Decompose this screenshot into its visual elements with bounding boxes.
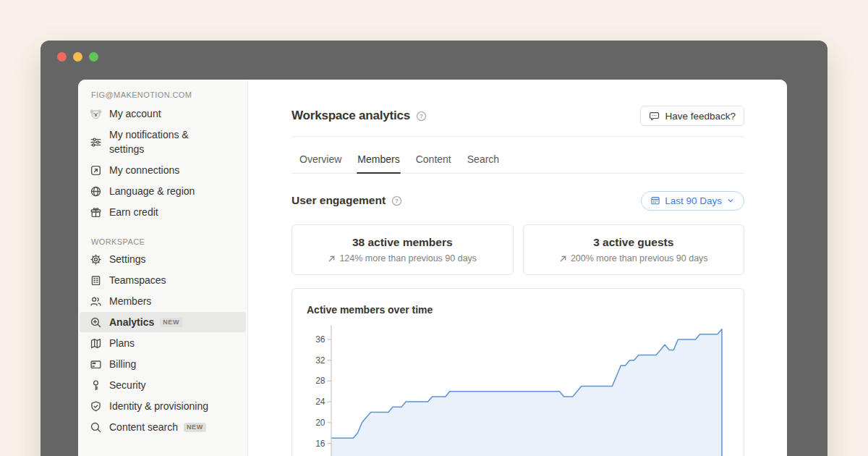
map-icon: [90, 337, 102, 350]
building-icon: [90, 274, 102, 287]
active-members-chart-card: Active members over time 162024283236: [292, 288, 744, 456]
trend-up-icon: [328, 255, 336, 263]
page-title: Workspace analytics: [292, 109, 410, 123]
window-controls: [57, 52, 98, 62]
sidebar-item-label: My connections: [109, 163, 179, 177]
have-feedback-button[interactable]: Have feedback?: [640, 106, 744, 126]
settings-sidebar: FIG@MAKENOTION.COM My accountMy notifica…: [78, 80, 248, 456]
sidebar-item-label: Identity & provisioning: [109, 399, 208, 413]
svg-text:?: ?: [395, 198, 399, 204]
sidebar-item-content-search[interactable]: Content searchNEW: [80, 417, 246, 437]
sidebar-item-label: Settings: [109, 252, 146, 266]
globe-icon: [90, 185, 102, 198]
sidebar-item-label: Earn credit: [109, 205, 158, 219]
date-range-dropdown[interactable]: Last 90 Days: [641, 191, 744, 211]
chevron-down-icon: [726, 196, 735, 205]
sidebar-item-security[interactable]: Security: [80, 375, 246, 395]
analytics-main: Workspace analytics ?: [248, 80, 787, 456]
key-icon: [90, 379, 102, 392]
y-axis-tick-label: 24: [315, 397, 326, 407]
svg-text:?: ?: [420, 113, 423, 119]
sidebar-item-label: Plans: [109, 336, 135, 350]
sidebar-item-label: Language & region: [109, 184, 195, 198]
y-axis-tick-label: 28: [315, 376, 326, 386]
arrow-box-icon: [90, 164, 102, 177]
chart-title: Active members over time: [307, 304, 433, 316]
active-members-area-chart: 162024283236: [314, 322, 741, 456]
sidebar-item-label: Members: [109, 294, 151, 308]
new-badge: NEW: [184, 423, 206, 432]
screenshot-stage: FIG@MAKENOTION.COM My accountMy notifica…: [0, 0, 868, 456]
gear-icon: [90, 253, 102, 266]
workspace-section-label: WORKSPACE: [91, 237, 237, 246]
y-axis-tick-label: 20: [315, 418, 326, 428]
chat-bubble-icon: [649, 111, 660, 122]
zoom-window-icon[interactable]: [89, 52, 98, 62]
shield-check-icon: [90, 400, 102, 413]
sidebar-item-label: Security: [109, 378, 146, 392]
sidebar-item-my-account[interactable]: My account: [80, 104, 246, 124]
trend-up-icon: [559, 255, 567, 263]
y-axis-tick-label: 32: [315, 355, 326, 366]
date-range-label: Last 90 Days: [665, 195, 722, 206]
sidebar-item-language-region[interactable]: Language & region: [80, 181, 246, 201]
help-question-circle-icon[interactable]: ?: [391, 195, 402, 206]
sidebar-item-label: Teamspaces: [109, 273, 166, 287]
y-axis-tick-label: 36: [315, 334, 326, 345]
stat-value: 3 active guests: [593, 236, 673, 249]
stat-card-3-active-guests: 3 active guests200% more than previous 9…: [523, 224, 745, 275]
stat-cards-row: 38 active members124% more than previous…: [292, 224, 744, 275]
stat-delta: 200% more than previous 90 days: [559, 253, 708, 263]
tab-members[interactable]: Members: [349, 145, 407, 173]
tab-search[interactable]: Search: [459, 145, 507, 173]
stat-delta-text: 200% more than previous 90 days: [571, 253, 708, 263]
credit-card-icon: [90, 358, 102, 371]
sidebar-item-label: My notifications & settings: [109, 127, 225, 156]
stat-card-38-active-members: 38 active members124% more than previous…: [292, 224, 514, 275]
tab-content[interactable]: Content: [408, 145, 459, 173]
app-window: FIG@MAKENOTION.COM My accountMy notifica…: [41, 41, 827, 456]
sidebar-item-label: Content search: [109, 420, 178, 434]
user-engagement-header: User engagement ?: [292, 190, 744, 211]
sliders-icon: [90, 136, 102, 148]
sidebar-item-label: Analytics: [109, 315, 154, 329]
close-window-icon[interactable]: [57, 52, 67, 62]
analytics-tabs: OverviewMembersContentSearch: [292, 137, 744, 174]
sidebar-item-members[interactable]: Members: [80, 291, 246, 311]
y-axis-tick-label: 16: [315, 439, 326, 449]
sidebar-item-plans[interactable]: Plans: [80, 333, 246, 353]
sidebar-item-identity-provisioning[interactable]: Identity & provisioning: [80, 396, 246, 416]
sidebar-item-my-connections[interactable]: My connections: [80, 160, 246, 180]
page-header: Workspace analytics ?: [292, 106, 744, 126]
sidebar-item-label: My account: [109, 106, 161, 121]
gift-icon: [90, 206, 102, 219]
section-title: User engagement: [292, 194, 386, 207]
tab-overview[interactable]: Overview: [292, 145, 349, 173]
help-question-circle-icon[interactable]: ?: [416, 111, 427, 122]
sidebar-item-my-notifications-settings[interactable]: My notifications & settings: [80, 124, 246, 159]
workspace-settings-list: SettingsTeamspacesMembersAnalyticsNEWPla…: [78, 249, 247, 437]
sidebar-item-earn-credit[interactable]: Earn credit: [80, 202, 246, 222]
chart-area-fill: [331, 329, 722, 456]
new-badge: NEW: [160, 318, 182, 327]
stat-delta-text: 124% more than previous 90 days: [339, 253, 477, 263]
koala-avatar-icon: [90, 108, 102, 120]
people-icon: [90, 295, 102, 308]
stat-value: 38 active members: [352, 236, 453, 249]
stat-delta: 124% more than previous 90 days: [328, 253, 477, 263]
have-feedback-label: Have feedback?: [665, 111, 736, 122]
zoom-in-icon: [90, 316, 102, 329]
sidebar-item-analytics[interactable]: AnalyticsNEW: [80, 312, 246, 332]
sidebar-item-label: Billing: [109, 357, 136, 371]
search-icon: [90, 421, 102, 434]
calendar-icon: [650, 195, 660, 206]
sidebar-item-settings[interactable]: Settings: [80, 249, 246, 269]
minimize-window-icon[interactable]: [73, 52, 82, 62]
account-email-label: FIG@MAKENOTION.COM: [91, 90, 237, 99]
settings-dialog: FIG@MAKENOTION.COM My accountMy notifica…: [78, 80, 787, 456]
sidebar-item-billing[interactable]: Billing: [80, 354, 246, 374]
account-settings-list: My accountMy notifications & settingsMy …: [78, 104, 247, 222]
sidebar-item-teamspaces[interactable]: Teamspaces: [80, 270, 246, 290]
